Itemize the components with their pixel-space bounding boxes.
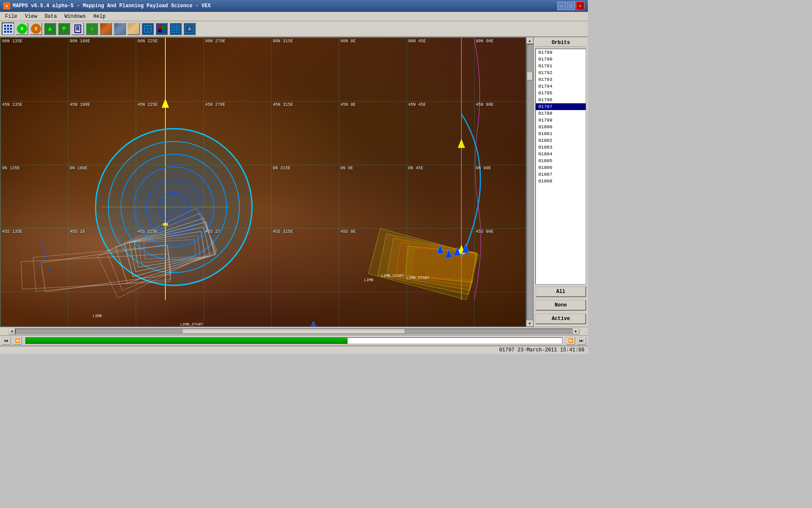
grid-label-0n0e: 0N 0E xyxy=(340,166,353,171)
svg-rect-6 xyxy=(172,25,179,33)
grid-label-90n270e: 90N 270E xyxy=(205,39,225,44)
orbit-item-01797[interactable]: 01797 xyxy=(536,103,586,110)
orbit-item-01794[interactable]: 01794 xyxy=(536,83,586,90)
scroll-up-button[interactable]: ▲ xyxy=(527,37,533,44)
grid-label-45n180e: 45N 180E xyxy=(70,102,90,107)
grid-label-45s315e: 45S 315E xyxy=(273,229,293,234)
orbit-item-01789[interactable]: 01789 xyxy=(536,49,586,56)
toolbar-surface2-button[interactable] xyxy=(113,22,126,35)
orbit-item-01793[interactable]: 01793 xyxy=(536,76,586,83)
orbit-item-01806[interactable]: 01806 xyxy=(536,164,586,171)
toolbar-center-button[interactable]: ✛ xyxy=(85,22,98,35)
horizontal-scrollbar[interactable]: ◀ ▶ xyxy=(0,327,588,335)
grid-label-0n45e: 0N 45E xyxy=(408,166,423,171)
menu-view[interactable]: View xyxy=(22,13,41,20)
orbit-item-01800[interactable]: 01800 xyxy=(536,124,586,130)
restore-button[interactable]: □ xyxy=(567,2,575,10)
progress-fill xyxy=(26,338,348,344)
menu-help[interactable]: Help xyxy=(90,13,109,20)
svg-rect-5 xyxy=(158,29,162,32)
orbit-item-01790[interactable]: 01790 xyxy=(536,56,586,63)
toolbar-north-button[interactable]: N xyxy=(16,22,28,35)
grid-label-90n135e: 90N 135E xyxy=(2,39,22,44)
app-icon: M xyxy=(3,3,10,9)
orbit-scroll[interactable]: 01789 01790 01791 01792 01793 01794 0179… xyxy=(536,49,586,284)
toolbar-south-button[interactable]: S xyxy=(30,22,42,35)
orbit-item-01799[interactable]: 01799 xyxy=(536,117,586,124)
grid-label-90n45e: 90N 45E xyxy=(408,39,426,44)
toolbar-reset-button[interactable]: R xyxy=(71,22,84,35)
scroll-thumb[interactable] xyxy=(527,72,533,80)
grid-label-45n135e: 45N 135E xyxy=(2,102,22,107)
orbit-item-01808[interactable]: 01808 xyxy=(536,178,586,185)
orbit-item-01792[interactable]: 01792 xyxy=(536,69,586,76)
none-button[interactable]: None xyxy=(535,300,586,311)
grid-label-45n270e: 45N 270E xyxy=(205,102,225,107)
toolbar-grid-button[interactable] xyxy=(2,22,14,35)
toolbar: N S ▲ ▼ R ✛ A xyxy=(0,21,588,37)
hscroll-left-button[interactable]: ◀ xyxy=(8,329,15,334)
close-button[interactable]: ✕ xyxy=(576,2,584,10)
grid-label-90n315e: 90N 315E xyxy=(273,39,293,44)
hscroll-thumb[interactable] xyxy=(183,329,405,334)
forward-fast-button[interactable]: ⏭ xyxy=(577,337,586,345)
toolbar-grid3-button[interactable] xyxy=(155,22,168,35)
rewind-fast-button[interactable]: ⏮ xyxy=(2,337,11,345)
grid-label-45s225e: 45S 225E xyxy=(137,229,158,234)
grid-label-45s270e: 45S 27 xyxy=(205,229,220,234)
grid-label-0n315e: 0N 315E xyxy=(273,166,291,171)
scroll-down-button[interactable]: ▼ xyxy=(527,320,533,327)
toolbar-grid2-button[interactable] xyxy=(141,22,154,35)
orbit-item-01796[interactable]: 01796 xyxy=(536,97,586,103)
orbit-list[interactable]: 01789 01790 01791 01792 01793 01794 0179… xyxy=(535,49,586,284)
forward-button[interactable]: ⏩ xyxy=(566,337,575,345)
toolbar-surface1-button[interactable] xyxy=(99,22,112,35)
grid-label-45n315e: 45N 315E xyxy=(273,102,293,107)
svg-rect-3 xyxy=(158,25,162,29)
hscroll-right-button[interactable]: ▶ xyxy=(573,329,579,334)
grid-label-45n225e: 45N 225E xyxy=(137,102,158,107)
toolbar-grid4-button[interactable] xyxy=(169,22,182,35)
orbit-item-01795[interactable]: 01795 xyxy=(536,90,586,97)
rewind-button[interactable]: ⏪ xyxy=(13,337,22,345)
map-vertical-scrollbar[interactable]: ▲ ▼ xyxy=(526,37,533,327)
playback-bar: ⏮ ⏪ ⏩ ⏭ xyxy=(0,335,588,345)
toolbar-surface3-button[interactable] xyxy=(127,22,140,35)
toolbar-up-button[interactable]: ▲ xyxy=(44,22,56,35)
orbits-title: Orbits xyxy=(535,39,586,47)
menu-data[interactable]: Data xyxy=(41,13,60,20)
minimize-button[interactable]: — xyxy=(557,2,566,10)
orbit-item-01798[interactable]: 01798 xyxy=(536,110,586,117)
svg-text:A: A xyxy=(188,27,191,31)
toolbar-down-button[interactable]: ▼ xyxy=(58,22,70,35)
status-bar: 01797 23-March-2011 15:41:08 xyxy=(0,345,588,354)
window-title: MAPPS v6.5.4 alpha-5 - Mapping And Plann… xyxy=(13,3,211,9)
grid-label-90n225e: 90N 225E xyxy=(137,39,158,44)
orbit-item-01807[interactable]: 01807 xyxy=(536,171,586,178)
menu-bar: File View Data Windows Help xyxy=(0,12,588,21)
orbit-item-01805[interactable]: 01805 xyxy=(536,157,586,164)
map-view[interactable]: LIMB_START LIMB_START LIMB LIMB_START LI… xyxy=(0,37,526,327)
scroll-track[interactable] xyxy=(527,44,533,320)
orbit-item-01802[interactable]: 01802 xyxy=(536,137,586,144)
orbit-item-01791[interactable]: 01791 xyxy=(536,63,586,69)
grid-label-45s180e: 45S 18 xyxy=(70,229,85,234)
title-bar-left: M MAPPS v6.5.4 alpha-5 - Mapping And Pla… xyxy=(3,3,211,9)
all-button[interactable]: All xyxy=(535,286,586,297)
orbit-item-01803[interactable]: 01803 xyxy=(536,144,586,151)
hscroll-track[interactable] xyxy=(15,329,573,334)
progress-bar[interactable] xyxy=(25,337,562,344)
active-button[interactable]: Active xyxy=(535,313,586,324)
orbit-item-01801[interactable]: 01801 xyxy=(536,130,586,137)
grid-label-45n90e: 45N 90E xyxy=(476,102,494,107)
grid-label-90n0e: 90N 0E xyxy=(340,39,356,44)
menu-file[interactable]: File xyxy=(2,13,21,20)
grid-label-0n90e: 0N 90E xyxy=(476,166,491,171)
menu-windows[interactable]: Windows xyxy=(61,13,89,20)
orbit-item-01804[interactable]: 01804 xyxy=(536,151,586,157)
grid-label-0n135e: 0N 135E xyxy=(2,166,20,171)
toolbar-grid5-button[interactable]: A xyxy=(183,22,196,35)
status-text: 01797 23-March-2011 15:41:08 xyxy=(499,347,584,353)
venus-surface xyxy=(0,38,526,326)
grid-label-90n90e: 90N 90E xyxy=(476,39,494,44)
